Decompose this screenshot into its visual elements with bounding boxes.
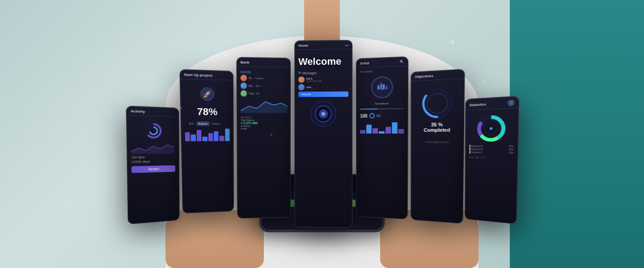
particle-1 (225, 54, 228, 56)
statistics-numbers: 2 % 1 % 3 % (469, 156, 513, 159)
bank-person-2: Eth... Dev (240, 83, 286, 89)
tab-tech[interactable]: Tech (186, 121, 195, 126)
artist-content: Now playing Soundtrack (356, 66, 407, 138)
stat-row-3: █ Segment C 20% (469, 151, 513, 154)
chat-item-2: User... (298, 84, 348, 91)
startup-bar-chart (185, 128, 229, 141)
svg-point-17 (379, 85, 384, 89)
home-header: Home ◂ ▸ (295, 40, 352, 50)
startup-tabs: Tech Business Finance (185, 121, 229, 126)
activity-line-chart (131, 142, 175, 154)
startup-screen: Start Up project 🚀 78% Tech Business Fin… (179, 69, 234, 214)
stat-value-3: 20% (508, 151, 513, 154)
statistics-content: █ Segment A 40% █ Segment B 25% █ Segmen… (465, 108, 518, 162)
counter-circle-1 (369, 113, 374, 118)
bank-person-1: De... Finance (240, 75, 286, 81)
progress-percent-value: 35 % (431, 122, 442, 127)
statistics-donut-svg (476, 114, 506, 142)
svg-rect-13 (377, 85, 379, 90)
bank-person-role-2: Dev (256, 84, 260, 87)
stat-row-1: █ Segment A 40% (469, 145, 514, 147)
startup-percentage: 78% (184, 106, 229, 118)
stat-num-3: 3 % (480, 156, 484, 159)
activity-content: 122 bpm 14328 steps Restart (126, 115, 178, 176)
stat-label-1: █ Segment A (469, 145, 483, 147)
bank-screen: Bank Activity De... Finance Eth... Dev T… (236, 57, 291, 219)
statistics-screen: Statistics 👤 (465, 96, 519, 224)
particle-3 (451, 40, 454, 44)
chat-avatar-2 (298, 84, 305, 90)
completed-label: Completed (424, 127, 450, 133)
svg-marker-4 (131, 145, 174, 154)
progress-svg (420, 87, 453, 119)
avatar-1 (240, 75, 246, 81)
bank-balance-section: BALANCE Total Balance + 2 271 563 Incomi… (241, 116, 287, 130)
messages-text: Messages (302, 71, 317, 75)
stat-value-1: 40% (508, 145, 514, 147)
bank-person-role-3: PM (255, 92, 259, 95)
bank-sparkline (241, 99, 287, 113)
progress-text: 35 % Completed (424, 121, 450, 133)
svg-rect-16 (385, 86, 387, 89)
home-content: Welcome ✉ Messages Fed S. Jan 12, 2017 1… (295, 49, 352, 134)
activity-gauge-svg (144, 121, 163, 140)
now-playing-label: Now playing (360, 69, 404, 73)
chat-avatar-1 (298, 76, 305, 83)
artist-screen: Artist 🔍 Now playing Soundtrack (356, 56, 408, 219)
objectives-content: 35 % Completed 3.0 km results in clevel (411, 79, 464, 146)
music-display (360, 75, 404, 99)
activity-gauges (131, 121, 175, 140)
bank-person-role-1: Finance (255, 77, 263, 80)
activity-screen: Activity 122 bpm 14328 steps (126, 105, 179, 224)
stat-num-2: 1 % (475, 156, 479, 159)
artist-counters: 100 50 (360, 113, 404, 118)
progress-circle-container: 35 % Completed (415, 82, 460, 137)
bank-content: Activity De... Finance Eth... Dev Thad P… (237, 67, 290, 133)
particle-4 (483, 80, 485, 83)
floating-screens-container: Activity 122 bpm 14328 steps (121, 9, 523, 232)
bank-person-name-1: De... (249, 77, 254, 80)
artist-bar-chart (360, 120, 404, 134)
bank-person-name-3: Thad (249, 92, 254, 95)
user-icon: 👤 (508, 101, 513, 105)
home-welcome-screen: Home ◂ ▸ Welcome ✉ Messages Fed S. Jan 1… (294, 40, 352, 228)
bank-section-label: Activity (240, 70, 286, 74)
home-nav-icon: ◂ ▸ (345, 43, 348, 46)
steps-stat: 14328 steps (131, 159, 175, 163)
home-action-button[interactable]: View All (298, 92, 348, 97)
chat-content-1: Fed S. Jan 12, 2017 10:58 (306, 77, 322, 82)
chat-content-2: User... (306, 86, 313, 88)
stat-label-3: █ Segment C (469, 151, 483, 154)
artist-title: Artist (360, 61, 369, 66)
messages-label: ✉ Messages (298, 71, 348, 75)
stat-value-2: 25% (508, 148, 514, 151)
statistics-legend: █ Segment A 40% █ Segment B 25% █ Segmen… (469, 145, 513, 154)
chat-name-2: User... (306, 86, 313, 88)
statistics-title: Statistics (469, 102, 486, 107)
startup-content: 🚀 78% Tech Business Finance (180, 79, 233, 146)
search-icon[interactable]: 🔍 (399, 60, 404, 64)
svg-text:🚀: 🚀 (203, 90, 211, 98)
bank-title: Bank (240, 60, 249, 64)
playback-bar (360, 108, 404, 109)
track-name: Soundtrack (360, 102, 403, 105)
startup-title: Start Up project (184, 72, 212, 77)
stat-num-1: 2 % (469, 156, 473, 159)
avatar-3 (240, 90, 246, 96)
credit-label: Credit (241, 127, 287, 130)
objectives-screen: Objectives 35 % Completed (411, 69, 465, 224)
messages-icon: ✉ (298, 71, 301, 75)
teal-background (510, 0, 644, 268)
stat-row-2: █ Segment B 25% (469, 148, 513, 151)
chat-time-1: Jan 12, 2017 10:58 (306, 80, 322, 82)
welcome-text: Welcome (298, 56, 348, 68)
tab-business[interactable]: Business (196, 121, 209, 126)
counter-2: 50 (376, 113, 380, 117)
chat-item-1: Fed S. Jan 12, 2017 10:58 (298, 76, 348, 83)
restart-button[interactable]: Restart (131, 165, 175, 173)
home-title: Home (298, 43, 308, 47)
bpm-stat: 122 bpm (131, 155, 175, 159)
statistics-avatar: 👤 (507, 99, 514, 106)
tab-finance[interactable]: Finance (210, 121, 222, 126)
counter-1: 100 (360, 113, 368, 118)
